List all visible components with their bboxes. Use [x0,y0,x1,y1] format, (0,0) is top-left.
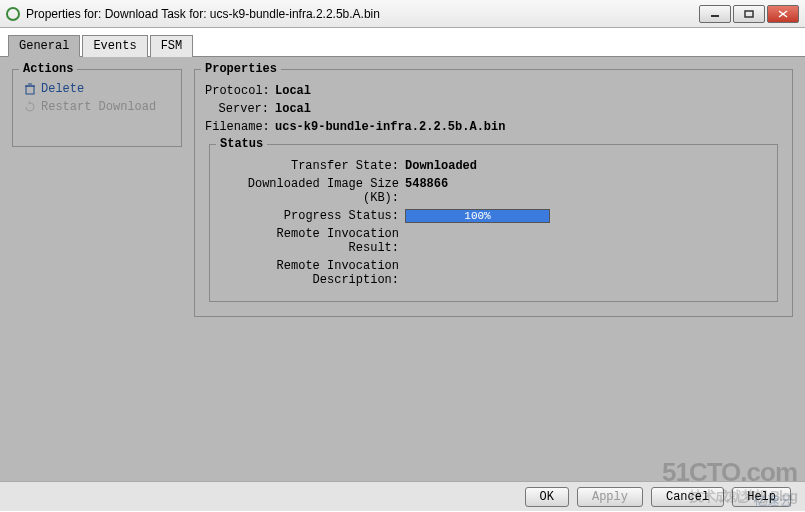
status-panel: Status Transfer State: Downloaded Downlo… [209,144,778,302]
tab-bar: General Events FSM [0,28,805,57]
filename-value: ucs-k9-bundle-infra.2.2.5b.A.bin [275,120,505,134]
svg-rect-4 [26,86,34,94]
action-restart-label: Restart Download [41,100,156,114]
apply-button[interactable]: Apply [577,487,643,507]
cancel-button[interactable]: Cancel [651,487,724,507]
restart-icon [23,100,37,114]
row-filename: Filename: ucs-k9-bundle-infra.2.2.5b.A.b… [205,120,782,134]
downloaded-size-label: Downloaded Image Size (KB): [220,177,405,205]
window-title: Properties for: Download Task for: ucs-k… [26,7,380,21]
button-bar: OK Apply Cancel Help [0,481,805,511]
app-icon [6,7,20,21]
row-remote-result: Remote Invocation Result: [220,227,767,255]
tab-events[interactable]: Events [82,35,147,57]
server-label: Server: [205,102,275,116]
action-delete-label: Delete [41,82,84,96]
status-title: Status [216,137,267,151]
actions-title: Actions [19,62,77,76]
action-restart: Restart Download [23,98,171,116]
content-area: Actions Delete Restart Download Properti… [0,57,805,481]
tab-fsm[interactable]: FSM [150,35,194,57]
row-protocol: Protocol: Local [205,84,782,98]
title-bar: Properties for: Download Task for: ucs-k… [0,0,805,28]
properties-panel: Properties Protocol: Local Server: local… [194,69,793,317]
tab-general[interactable]: General [8,35,80,57]
downloaded-size-value: 548866 [405,177,448,205]
actions-panel: Actions Delete Restart Download [12,69,182,147]
help-button[interactable]: Help [732,487,791,507]
row-remote-desc: Remote Invocation Description: [220,259,767,287]
row-progress: Progress Status: 100% [220,209,767,223]
trash-icon [23,82,37,96]
row-transfer-state: Transfer State: Downloaded [220,159,767,173]
transfer-state-label: Transfer State: [220,159,405,173]
protocol-label: Protocol: [205,84,275,98]
server-value: local [275,102,311,116]
properties-title: Properties [201,62,281,76]
transfer-state-value: Downloaded [405,159,477,173]
ok-button[interactable]: OK [525,487,569,507]
action-delete[interactable]: Delete [23,80,171,98]
remote-desc-label: Remote Invocation Description: [220,259,405,287]
protocol-value: Local [275,84,311,98]
progress-bar: 100% [405,209,550,223]
remote-result-label: Remote Invocation Result: [220,227,405,255]
progress-label: Progress Status: [220,209,405,223]
progress-value: 100% [464,210,490,222]
maximize-button[interactable] [733,5,765,23]
row-server: Server: local [205,102,782,116]
close-button[interactable] [767,5,799,23]
svg-rect-1 [745,11,753,17]
minimize-button[interactable] [699,5,731,23]
window-controls [697,5,799,23]
filename-label: Filename: [205,120,275,134]
row-downloaded-size: Downloaded Image Size (KB): 548866 [220,177,767,205]
